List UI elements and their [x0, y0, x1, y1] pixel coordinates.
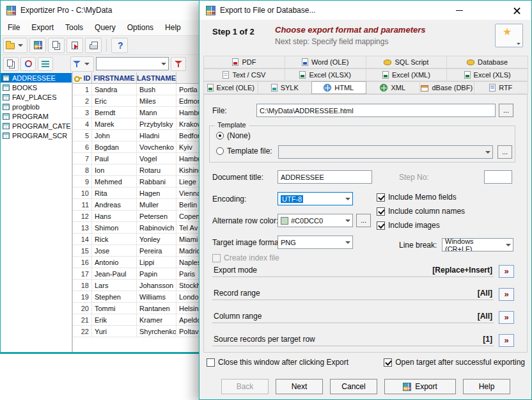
grid-cell: Lippi	[137, 257, 176, 268]
open-database-button[interactable]	[3, 38, 27, 53]
refresh-button[interactable]	[20, 57, 36, 71]
table-view-button[interactable]	[29, 38, 46, 53]
minimize-button[interactable]	[445, 1, 474, 20]
grid-cell: Shyrchenko	[137, 326, 176, 337]
alt-row-color-combobox[interactable]: #C0DCC0	[278, 214, 353, 227]
menu-export[interactable]: Export	[26, 20, 59, 35]
param-source-records-per-target-row: Source records per target row[1]»	[212, 332, 514, 347]
main-window-title: Exportizer Pro - C:\MyData	[20, 6, 112, 15]
pdf-icon	[232, 58, 239, 66]
export-button[interactable]: Export	[384, 379, 456, 394]
menu-query[interactable]: Query	[89, 20, 121, 35]
menu-tools[interactable]: Tools	[59, 20, 89, 35]
chevron-down-icon	[159, 58, 168, 70]
tab-label: Excel (OLE)	[217, 84, 254, 92]
table-name: PROGRAM_CATE	[12, 122, 70, 130]
grid-cell: Shimon	[92, 222, 137, 233]
help-icon	[115, 41, 124, 50]
param-expand-button[interactable]: »	[499, 288, 514, 301]
table-list-item-program-cate[interactable]: PROGRAM_CATE	[1, 121, 72, 131]
table-list-item-program-scr[interactable]: PROGRAM_SCR	[1, 131, 72, 140]
table-list-item-progblob[interactable]: progblob	[1, 102, 72, 111]
help-button[interactable]: Help	[463, 379, 510, 394]
param-expand-button[interactable]: »	[499, 311, 514, 324]
tab-excel-xlsx[interactable]: Excel (XLSX)	[285, 68, 366, 81]
param-column-range: Column range[All]»	[212, 309, 514, 324]
grid-column-id[interactable]: ID	[73, 72, 92, 83]
step-no-input[interactable]	[484, 170, 512, 184]
tab-xml[interactable]: XML	[366, 81, 421, 94]
tab-label: Excel (XML)	[392, 71, 430, 79]
menu-options[interactable]: Options	[121, 20, 159, 35]
close-after-export-checkbox[interactable]: Close this window after clicking Export	[207, 358, 348, 367]
tab-excel-xls[interactable]: Excel (XLS)	[446, 68, 528, 81]
tab-database[interactable]: Database	[446, 56, 528, 68]
document-title-input[interactable]	[278, 170, 372, 184]
checkbox-label: Include images	[388, 221, 440, 230]
dialog-titlebar[interactable]: Export to File or Database...	[199, 1, 531, 20]
target-image-format-label: Target image format:	[212, 238, 283, 247]
menu-help[interactable]: Help	[159, 20, 187, 35]
tab-sql-script[interactable]: SQL Script	[366, 56, 448, 68]
template-group-label: Template	[215, 121, 249, 129]
print-button[interactable]	[85, 38, 102, 53]
tab-excel-ole[interactable]: Excel (OLE)	[203, 81, 258, 94]
open-target-checkbox[interactable]: Open target after successful exporting	[384, 358, 525, 367]
close-button[interactable]	[503, 1, 531, 20]
menu-file[interactable]: File	[2, 20, 26, 35]
grid-column-firstname[interactable]: FIRSTNAME	[92, 72, 137, 83]
table-list-item-program[interactable]: PROGRAM	[1, 111, 72, 121]
tab-dbase-dbf[interactable]: dBase (DBF)	[419, 81, 474, 94]
tab-excel-xml[interactable]: Excel (XML)	[366, 68, 448, 81]
table-name: FAV_PLACES	[12, 93, 57, 101]
copy-button[interactable]	[48, 38, 65, 53]
param-expand-button[interactable]: »	[499, 265, 514, 278]
tab-sylk[interactable]: SYLK	[258, 81, 313, 94]
app-icon	[6, 6, 16, 15]
alt-row-color-label: Alternate row color:	[212, 216, 278, 225]
copy-icon	[7, 60, 13, 67]
grid-column-lastname[interactable]: LASTNAME	[137, 72, 176, 83]
filter-combobox[interactable]	[96, 57, 169, 70]
table-list-item-books[interactable]: BOOKS	[1, 83, 72, 92]
export-toolbar-button[interactable]	[66, 38, 83, 53]
filter-dropdown-button[interactable]	[70, 56, 94, 72]
param-value: [1]	[483, 335, 492, 344]
template-none-radio[interactable]: (None)	[216, 131, 251, 140]
tab-rtf[interactable]: RTF	[474, 81, 529, 94]
next-button[interactable]: Next	[276, 379, 323, 394]
template-file-radio[interactable]: Template file:	[216, 147, 272, 156]
copy-record-button[interactable]	[3, 57, 19, 71]
color-browse-button[interactable]: ...	[356, 214, 371, 227]
line-break-combobox[interactable]: Windows (CR+LF)	[442, 238, 513, 252]
clear-filter-button[interactable]	[171, 57, 186, 71]
param-label: Column range	[214, 312, 262, 321]
tab-pdf[interactable]: PDF	[203, 56, 285, 68]
cancel-button[interactable]: Cancel	[330, 379, 377, 394]
tab-html[interactable]: HTML	[311, 81, 366, 94]
encoding-combobox[interactable]: UTF-8	[278, 192, 353, 205]
create-index-checkbox[interactable]: Create index file	[212, 253, 279, 262]
checkbox-include-images[interactable]: Include images	[377, 221, 465, 230]
table-list-item-fav-places[interactable]: FAV_PLACES	[1, 92, 72, 102]
template-file-combobox[interactable]	[278, 145, 493, 159]
list-view-button[interactable]	[38, 57, 53, 71]
tab-text-csv[interactable]: Text / CSV	[203, 68, 285, 81]
table-list-item-addressee[interactable]: ADDRESSEE	[1, 73, 72, 83]
tab-word-ole[interactable]: Word (OLE)	[285, 56, 366, 68]
target-image-format-combobox[interactable]: PNG	[278, 236, 353, 249]
template-browse-button[interactable]: ...	[497, 145, 512, 159]
export-button-label: Export	[415, 382, 437, 391]
param-box: Export mode[Replace+Insert]	[212, 263, 494, 277]
file-input[interactable]	[256, 104, 496, 117]
grid-cell: Williams	[137, 291, 176, 302]
checkbox-include-memo-fields[interactable]: Include Memo fields	[377, 193, 465, 202]
file-browse-button[interactable]: ...	[499, 104, 513, 117]
favorites-button[interactable]	[495, 24, 523, 47]
grid-cell: 15	[73, 245, 92, 256]
table-icon	[3, 104, 10, 110]
help-toolbar-button[interactable]	[111, 38, 128, 53]
back-button[interactable]: Back	[221, 379, 269, 394]
checkbox-include-column-names[interactable]: Include column names	[377, 207, 465, 216]
param-expand-button[interactable]: »	[499, 334, 514, 347]
